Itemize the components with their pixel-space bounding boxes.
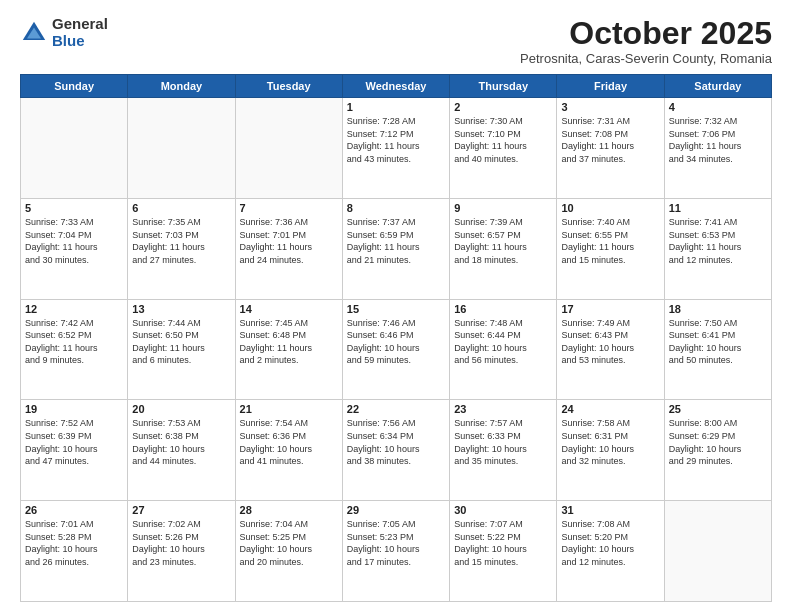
logo-icon [20,19,48,47]
calendar-cell: 14Sunrise: 7:45 AM Sunset: 6:48 PM Dayli… [235,299,342,400]
day-number: 8 [347,202,445,214]
calendar-cell: 8Sunrise: 7:37 AM Sunset: 6:59 PM Daylig… [342,198,449,299]
day-number: 26 [25,504,123,516]
day-number: 25 [669,403,767,415]
day-info: Sunrise: 8:00 AM Sunset: 6:29 PM Dayligh… [669,417,767,467]
calendar-cell: 13Sunrise: 7:44 AM Sunset: 6:50 PM Dayli… [128,299,235,400]
day-number: 19 [25,403,123,415]
day-info: Sunrise: 7:45 AM Sunset: 6:48 PM Dayligh… [240,317,338,367]
calendar-week-row: 5Sunrise: 7:33 AM Sunset: 7:04 PM Daylig… [21,198,772,299]
calendar-cell: 15Sunrise: 7:46 AM Sunset: 6:46 PM Dayli… [342,299,449,400]
location-subtitle: Petrosnita, Caras-Severin County, Romani… [520,51,772,66]
calendar-week-row: 19Sunrise: 7:52 AM Sunset: 6:39 PM Dayli… [21,400,772,501]
weekday-header-tuesday: Tuesday [235,75,342,98]
day-number: 21 [240,403,338,415]
day-info: Sunrise: 7:33 AM Sunset: 7:04 PM Dayligh… [25,216,123,266]
header: General Blue October 2025 Petrosnita, Ca… [20,16,772,66]
day-info: Sunrise: 7:40 AM Sunset: 6:55 PM Dayligh… [561,216,659,266]
calendar-cell: 19Sunrise: 7:52 AM Sunset: 6:39 PM Dayli… [21,400,128,501]
day-number: 5 [25,202,123,214]
day-info: Sunrise: 7:58 AM Sunset: 6:31 PM Dayligh… [561,417,659,467]
day-info: Sunrise: 7:35 AM Sunset: 7:03 PM Dayligh… [132,216,230,266]
day-number: 28 [240,504,338,516]
day-info: Sunrise: 7:37 AM Sunset: 6:59 PM Dayligh… [347,216,445,266]
calendar-cell: 30Sunrise: 7:07 AM Sunset: 5:22 PM Dayli… [450,501,557,602]
calendar-cell: 1Sunrise: 7:28 AM Sunset: 7:12 PM Daylig… [342,98,449,199]
calendar-cell: 27Sunrise: 7:02 AM Sunset: 5:26 PM Dayli… [128,501,235,602]
day-number: 9 [454,202,552,214]
calendar-cell: 11Sunrise: 7:41 AM Sunset: 6:53 PM Dayli… [664,198,771,299]
day-info: Sunrise: 7:36 AM Sunset: 7:01 PM Dayligh… [240,216,338,266]
day-info: Sunrise: 7:32 AM Sunset: 7:06 PM Dayligh… [669,115,767,165]
logo: General Blue [20,16,108,49]
day-info: Sunrise: 7:44 AM Sunset: 6:50 PM Dayligh… [132,317,230,367]
day-number: 13 [132,303,230,315]
day-number: 2 [454,101,552,113]
day-number: 10 [561,202,659,214]
calendar-cell: 22Sunrise: 7:56 AM Sunset: 6:34 PM Dayli… [342,400,449,501]
day-info: Sunrise: 7:42 AM Sunset: 6:52 PM Dayligh… [25,317,123,367]
calendar-cell: 28Sunrise: 7:04 AM Sunset: 5:25 PM Dayli… [235,501,342,602]
day-info: Sunrise: 7:07 AM Sunset: 5:22 PM Dayligh… [454,518,552,568]
calendar-cell: 2Sunrise: 7:30 AM Sunset: 7:10 PM Daylig… [450,98,557,199]
day-info: Sunrise: 7:49 AM Sunset: 6:43 PM Dayligh… [561,317,659,367]
calendar-cell: 23Sunrise: 7:57 AM Sunset: 6:33 PM Dayli… [450,400,557,501]
day-number: 12 [25,303,123,315]
day-info: Sunrise: 7:41 AM Sunset: 6:53 PM Dayligh… [669,216,767,266]
day-number: 1 [347,101,445,113]
day-number: 6 [132,202,230,214]
calendar-cell: 3Sunrise: 7:31 AM Sunset: 7:08 PM Daylig… [557,98,664,199]
calendar-cell: 29Sunrise: 7:05 AM Sunset: 5:23 PM Dayli… [342,501,449,602]
calendar-cell: 17Sunrise: 7:49 AM Sunset: 6:43 PM Dayli… [557,299,664,400]
day-number: 15 [347,303,445,315]
day-info: Sunrise: 7:01 AM Sunset: 5:28 PM Dayligh… [25,518,123,568]
day-info: Sunrise: 7:39 AM Sunset: 6:57 PM Dayligh… [454,216,552,266]
calendar-cell: 10Sunrise: 7:40 AM Sunset: 6:55 PM Dayli… [557,198,664,299]
day-number: 3 [561,101,659,113]
day-number: 22 [347,403,445,415]
weekday-header-friday: Friday [557,75,664,98]
weekday-header-sunday: Sunday [21,75,128,98]
calendar-week-row: 1Sunrise: 7:28 AM Sunset: 7:12 PM Daylig… [21,98,772,199]
day-info: Sunrise: 7:08 AM Sunset: 5:20 PM Dayligh… [561,518,659,568]
calendar-cell: 4Sunrise: 7:32 AM Sunset: 7:06 PM Daylig… [664,98,771,199]
logo-text: General Blue [52,16,108,49]
calendar-cell [664,501,771,602]
logo-blue-label: Blue [52,33,108,50]
logo-general-label: General [52,16,108,33]
day-number: 23 [454,403,552,415]
weekday-header-thursday: Thursday [450,75,557,98]
day-info: Sunrise: 7:02 AM Sunset: 5:26 PM Dayligh… [132,518,230,568]
calendar-cell: 6Sunrise: 7:35 AM Sunset: 7:03 PM Daylig… [128,198,235,299]
calendar-cell [21,98,128,199]
day-info: Sunrise: 7:56 AM Sunset: 6:34 PM Dayligh… [347,417,445,467]
calendar-week-row: 26Sunrise: 7:01 AM Sunset: 5:28 PM Dayli… [21,501,772,602]
calendar-cell: 7Sunrise: 7:36 AM Sunset: 7:01 PM Daylig… [235,198,342,299]
day-number: 11 [669,202,767,214]
calendar-header-row: SundayMondayTuesdayWednesdayThursdayFrid… [21,75,772,98]
day-number: 16 [454,303,552,315]
day-number: 31 [561,504,659,516]
calendar-cell [128,98,235,199]
weekday-header-saturday: Saturday [664,75,771,98]
day-info: Sunrise: 7:48 AM Sunset: 6:44 PM Dayligh… [454,317,552,367]
calendar-table: SundayMondayTuesdayWednesdayThursdayFrid… [20,74,772,602]
day-number: 24 [561,403,659,415]
day-number: 14 [240,303,338,315]
calendar-cell: 21Sunrise: 7:54 AM Sunset: 6:36 PM Dayli… [235,400,342,501]
day-number: 27 [132,504,230,516]
calendar-cell: 26Sunrise: 7:01 AM Sunset: 5:28 PM Dayli… [21,501,128,602]
day-number: 4 [669,101,767,113]
calendar-cell: 20Sunrise: 7:53 AM Sunset: 6:38 PM Dayli… [128,400,235,501]
day-info: Sunrise: 7:30 AM Sunset: 7:10 PM Dayligh… [454,115,552,165]
calendar-cell: 25Sunrise: 8:00 AM Sunset: 6:29 PM Dayli… [664,400,771,501]
calendar-week-row: 12Sunrise: 7:42 AM Sunset: 6:52 PM Dayli… [21,299,772,400]
day-number: 18 [669,303,767,315]
month-title: October 2025 [520,16,772,51]
calendar-cell: 16Sunrise: 7:48 AM Sunset: 6:44 PM Dayli… [450,299,557,400]
day-info: Sunrise: 7:04 AM Sunset: 5:25 PM Dayligh… [240,518,338,568]
day-number: 17 [561,303,659,315]
day-info: Sunrise: 7:52 AM Sunset: 6:39 PM Dayligh… [25,417,123,467]
day-number: 7 [240,202,338,214]
calendar-cell: 12Sunrise: 7:42 AM Sunset: 6:52 PM Dayli… [21,299,128,400]
